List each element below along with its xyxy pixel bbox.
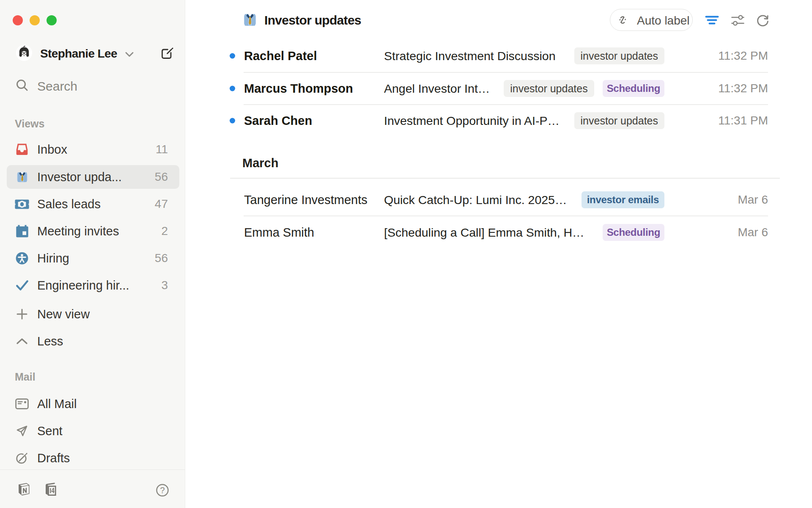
svg-text:?: ? <box>160 486 165 495</box>
